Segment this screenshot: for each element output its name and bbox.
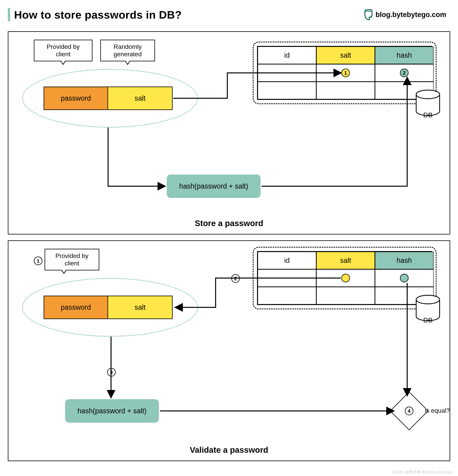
step-1-badge: 1 — [34, 256, 43, 265]
db-cylinder-label-v: DB — [414, 316, 441, 324]
badge-hash-step: 2 — [400, 68, 408, 77]
password-salt-pair-validate: password salt — [43, 296, 173, 319]
th-hash-v: hash — [375, 252, 433, 269]
td-hash-v1 — [375, 269, 433, 287]
td-id-1 — [258, 64, 316, 82]
tag-provided-by-client: Provided by client — [34, 40, 93, 61]
th-id: id — [258, 46, 316, 64]
hash-function-box-validate: hash(password + salt) — [65, 399, 159, 423]
td-salt-2 — [316, 82, 375, 99]
panel-validate-password: 1 Provided by client password salt id sa… — [8, 240, 450, 461]
step-2-badge: 2 — [231, 274, 240, 283]
db-table-store: id salt hash 1 2 — [253, 42, 437, 104]
db-table-validate: id salt hash DB — [253, 247, 437, 309]
cell-password: password — [43, 86, 108, 110]
panel-validate-caption: Validate a password — [190, 445, 268, 455]
title-accent-bar — [8, 8, 10, 22]
dot-salt — [341, 274, 350, 282]
hash-function-box: hash(password + salt) — [167, 175, 260, 198]
db-cylinder-icon: DB — [414, 90, 441, 117]
cell-salt-validate: salt — [108, 296, 173, 319]
tag-provided-by-client-validate: Provided by client — [44, 249, 99, 271]
password-salt-pair: password salt — [43, 86, 173, 110]
cell-salt: salt — [108, 86, 173, 110]
decision-label: is equal? — [425, 407, 450, 414]
svg-point-3 — [416, 295, 440, 304]
watermark: CSDN @简简单单OnlineZuozuo — [392, 469, 452, 475]
th-salt: salt — [316, 46, 375, 64]
td-hash-1: 2 — [375, 64, 433, 82]
dot-hash — [400, 274, 408, 282]
td-salt-1: 1 — [316, 64, 375, 82]
th-hash: hash — [375, 46, 433, 64]
bytebytego-logo-icon — [363, 9, 373, 20]
decision-diamond: 4 — [396, 397, 423, 425]
db-cylinder-label: DB — [414, 111, 441, 119]
th-salt-v: salt — [316, 252, 375, 269]
title-wrap: How to store passwords in DB? — [8, 8, 182, 22]
page-title: How to store passwords in DB? — [14, 8, 182, 21]
tag-provided-by-client-text: Provided by client — [47, 43, 80, 58]
tag-randomly-generated-text: Randomly generated — [113, 43, 142, 58]
header: How to store passwords in DB? blog.byteb… — [0, 0, 458, 27]
th-id-v: id — [258, 252, 316, 269]
step-3-badge: 3 — [107, 368, 116, 376]
tag-text: Provided by client — [55, 252, 88, 267]
svg-point-1 — [416, 90, 440, 99]
cell-password-validate: password — [43, 296, 108, 319]
td-salt-v1 — [316, 269, 375, 287]
td-id-v2 — [258, 287, 316, 305]
panel-store-password: Provided by client Randomly generated pa… — [8, 31, 450, 235]
tag-randomly-generated: Randomly generated — [100, 40, 155, 61]
brand-text: blog.bytebytego.com — [375, 10, 446, 19]
brand: blog.bytebytego.com — [363, 9, 446, 20]
badge-salt-step: 1 — [341, 68, 350, 77]
td-salt-v2 — [316, 287, 375, 305]
step-4-badge: 4 — [405, 407, 414, 415]
td-id-2 — [258, 82, 316, 99]
td-id-v1 — [258, 269, 316, 287]
panel-store-caption: Store a password — [195, 219, 263, 228]
db-cylinder-icon-v: DB — [414, 295, 441, 322]
